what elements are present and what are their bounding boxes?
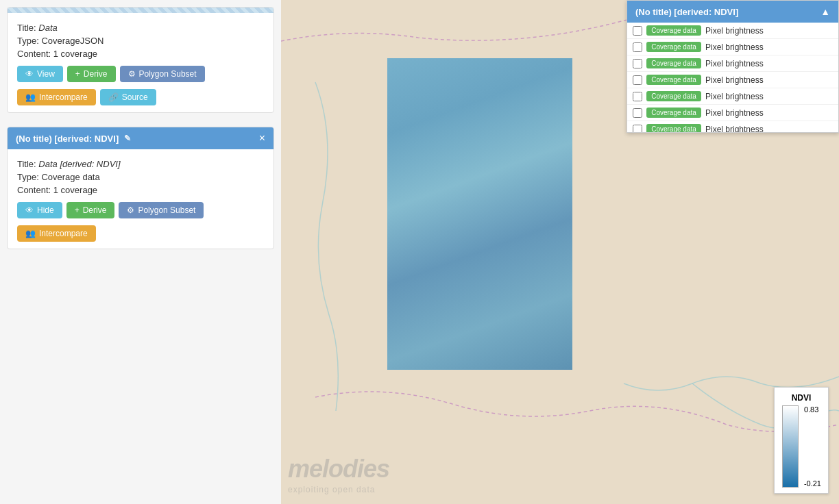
card-stripe <box>8 8 273 13</box>
layer-label: Pixel brightness <box>705 108 764 118</box>
chain-icon: 🔗 <box>108 92 119 102</box>
layer-list: Coverage dataPixel brightnessCoverage da… <box>627 23 838 132</box>
legend-min: -0.21 <box>804 479 821 488</box>
view-button[interactable]: 👁 View <box>17 66 63 82</box>
ndvi-overlay <box>387 58 572 370</box>
layer-label: Pixel brightness <box>705 59 764 68</box>
polygon-subset-button-2[interactable]: ⚙ Polygon Subset <box>119 202 204 218</box>
derived-type-label: Type: <box>17 172 39 182</box>
layer-checkbox[interactable] <box>633 108 642 118</box>
layer-checkbox[interactable] <box>633 125 642 133</box>
derived-card-body: Title: Data [derived: NDVI] Type: Covera… <box>8 149 273 249</box>
layer-checkbox[interactable] <box>633 42 642 52</box>
content-label: Content: <box>17 49 51 59</box>
derived-title-label: Title: <box>17 159 36 169</box>
layer-checkbox[interactable] <box>633 75 642 85</box>
derive-button-1[interactable]: + Derive <box>67 66 116 82</box>
legend-title: NDVI <box>781 393 821 403</box>
legend-inner: 0.83 -0.21 <box>781 405 821 488</box>
card-body: Title: Data Type: CoverageJSON Content: … <box>8 13 273 112</box>
derived-button-row-1: 👁 Hide + Derive ⚙ Polygon Subset <box>17 202 264 218</box>
layer-item: Coverage dataPixel brightness <box>627 23 838 39</box>
legend-values: 0.83 -0.21 <box>804 405 821 488</box>
close-button[interactable]: × <box>259 133 265 144</box>
layer-panel-title: (No title) [derived: NDVI] <box>635 7 738 17</box>
plus-icon: + <box>75 69 80 79</box>
type-label: Type: <box>17 36 39 46</box>
pencil-icon[interactable]: ✎ <box>124 134 131 143</box>
coverage-badge: Coverage data <box>646 25 701 36</box>
coverage-badge: Coverage data <box>646 58 701 68</box>
ndvi-legend: NDVI 0.83 -0.21 <box>774 387 829 494</box>
layer-label: Pixel brightness <box>705 75 764 85</box>
layer-label: Pixel brightness <box>705 42 764 52</box>
intercompare-button-1[interactable]: 👥 Intercompare <box>17 89 96 105</box>
data-card: Title: Data Type: CoverageJSON Content: … <box>7 7 274 113</box>
users-icon-1: 👥 <box>25 92 36 102</box>
users-icon-2: 👥 <box>25 229 36 238</box>
layer-label: Pixel brightness <box>705 26 764 36</box>
layer-item: Coverage dataPixel brightness <box>627 72 838 88</box>
chevron-up-icon[interactable]: ▲ <box>820 6 830 17</box>
derived-title-value: Data [derived: NDVI] <box>38 159 120 169</box>
layer-checkbox[interactable] <box>633 92 642 101</box>
legend-max: 0.83 <box>804 405 821 414</box>
derived-type-line: Type: Coverage data <box>17 172 264 182</box>
legend-color-bar <box>782 405 799 488</box>
type-line: Type: CoverageJSON <box>17 36 264 46</box>
title-line: Title: Data <box>17 23 264 33</box>
derived-card-header: (No title) [derived: NDVI] ✎ × <box>8 127 273 149</box>
plus-icon-2: + <box>75 205 80 215</box>
derived-content-value: 1 coverage <box>53 185 97 195</box>
layer-checkbox[interactable] <box>633 59 642 68</box>
derived-type-value: Coverage data <box>41 172 99 182</box>
layer-label: Pixel brightness <box>705 92 764 101</box>
derived-button-row-2: 👥 Intercompare <box>17 225 264 242</box>
cog-icon-1: ⚙ <box>128 69 136 79</box>
coverage-badge: Coverage data <box>646 124 701 132</box>
layer-item: Coverage dataPixel brightness <box>627 39 838 55</box>
intercompare-button-2[interactable]: 👥 Intercompare <box>17 225 96 242</box>
coverage-badge: Coverage data <box>646 42 701 52</box>
title-label: Title: <box>17 23 36 33</box>
layer-panel-header: (No title) [derived: NDVI] ▲ <box>627 1 838 23</box>
type-value: CoverageJSON <box>41 36 104 46</box>
derived-card-title: (No title) [derived: NDVI] <box>16 134 119 144</box>
cog-icon-2: ⚙ <box>127 205 134 215</box>
content-value: 1 coverage <box>53 49 97 59</box>
source-button[interactable]: 🔗 Source <box>100 89 156 105</box>
hide-button[interactable]: 👁 Hide <box>17 202 62 218</box>
left-panel: Title: Data Type: CoverageJSON Content: … <box>0 0 281 504</box>
layer-item: Coverage dataPixel brightness <box>627 121 838 132</box>
coverage-badge: Coverage data <box>646 91 701 101</box>
layer-item: Coverage dataPixel brightness <box>627 105 838 121</box>
layer-label: Pixel brightness <box>705 125 764 133</box>
derived-content-label: Content: <box>17 185 51 195</box>
map-area[interactable]: (No title) [derived: NDVI] ▲ Coverage da… <box>281 0 839 504</box>
layer-checkbox[interactable] <box>633 26 642 36</box>
coverage-badge: Coverage data <box>646 108 701 118</box>
layer-item: Coverage dataPixel brightness <box>627 55 838 72</box>
coverage-badge: Coverage data <box>646 75 701 85</box>
eye-icon-2: 👁 <box>25 205 34 215</box>
polygon-subset-button-1[interactable]: ⚙ Polygon Subset <box>120 66 205 82</box>
button-row-2: 👥 Intercompare 🔗 Source <box>17 89 264 105</box>
derived-ndvi-card: (No title) [derived: NDVI] ✎ × Title: Da… <box>7 127 274 249</box>
title-value: Data <box>38 23 57 33</box>
layer-panel: (No title) [derived: NDVI] ▲ Coverage da… <box>627 0 839 133</box>
header-left: (No title) [derived: NDVI] ✎ <box>16 134 131 144</box>
derived-content-line: Content: 1 coverage <box>17 185 264 195</box>
eye-icon: 👁 <box>25 69 34 79</box>
layer-item: Coverage dataPixel brightness <box>627 88 838 105</box>
derived-title-line: Title: Data [derived: NDVI] <box>17 159 264 169</box>
derive-button-2[interactable]: + Derive <box>66 202 115 218</box>
button-row-1: 👁 View + Derive ⚙ Polygon Subset <box>17 66 264 82</box>
content-line: Content: 1 coverage <box>17 49 264 59</box>
